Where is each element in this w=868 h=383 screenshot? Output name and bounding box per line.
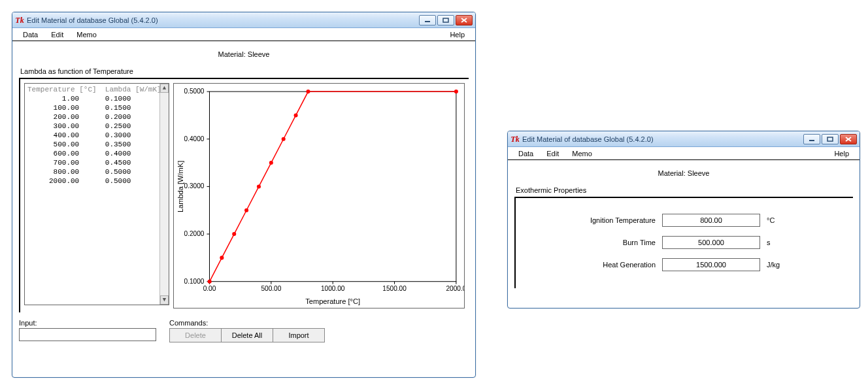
field-label: Burn Time <box>521 239 662 246</box>
close-button[interactable] <box>456 15 473 25</box>
table-row[interactable]: 400.00 0.3000 <box>27 131 159 140</box>
svg-point-31 <box>257 184 261 188</box>
table-header: Temperature [°C] Lambda [W/mK] <box>27 85 159 94</box>
burn-time-input[interactable] <box>662 236 760 249</box>
minimize-button[interactable] <box>419 15 436 25</box>
table-row[interactable]: 500.00 0.3500 <box>27 140 159 149</box>
app-icon: Tk <box>15 16 24 25</box>
menu-help[interactable]: Help <box>443 29 471 40</box>
menubar: Data Edit Memo Help <box>12 28 475 41</box>
page-title: Lambda as function of Temperature <box>19 66 469 78</box>
svg-text:Temperature [°C]: Temperature [°C] <box>305 297 360 305</box>
close-button[interactable] <box>840 134 857 144</box>
svg-rect-38 <box>827 137 833 141</box>
window-title: Edit Material of database Global (5.4.2.… <box>522 135 654 143</box>
field-label: Ignition Temperature <box>521 216 662 224</box>
svg-point-33 <box>282 137 286 141</box>
delete-all-button[interactable]: Delete All <box>221 328 273 342</box>
table-row[interactable]: 1.00 0.1000 <box>27 94 159 103</box>
svg-text:0.00: 0.00 <box>203 285 216 292</box>
field-label: Heat Generation <box>521 261 662 269</box>
svg-point-28 <box>220 256 224 259</box>
svg-point-34 <box>294 113 298 117</box>
lambda-table[interactable]: Temperature [°C] Lambda [W/mK] 1.00 0.10… <box>24 83 169 305</box>
svg-text:0.2000: 0.2000 <box>184 230 205 237</box>
app-icon: Tk <box>510 135 520 144</box>
import-button[interactable]: Import <box>273 328 325 342</box>
svg-point-36 <box>454 90 458 93</box>
menu-edit[interactable]: Edit <box>44 29 70 40</box>
table-row[interactable]: 2000.00 0.5000 <box>27 176 159 186</box>
delete-button[interactable]: Delete <box>169 328 222 342</box>
scroll-down-icon[interactable]: ▼ <box>160 295 169 305</box>
svg-rect-4 <box>209 92 456 282</box>
svg-text:0.1000: 0.1000 <box>184 278 205 285</box>
table-row[interactable]: 800.00 0.5000 <box>27 167 159 176</box>
window-lambda: Tk Edit Material of database Global (5.4… <box>12 12 476 378</box>
material-header: Material: Sleeve <box>514 163 853 185</box>
svg-point-35 <box>306 90 310 93</box>
scroll-up-icon[interactable]: ▲ <box>160 84 169 93</box>
svg-text:2000.0: 2000.0 <box>446 285 464 292</box>
menu-data[interactable]: Data <box>512 148 540 159</box>
heat-generation-input[interactable] <box>662 258 760 271</box>
table-row[interactable]: 300.00 0.2500 <box>27 122 159 131</box>
svg-point-29 <box>232 232 236 236</box>
svg-point-27 <box>208 280 212 284</box>
svg-text:Lambda [W/mK]: Lambda [W/mK] <box>176 161 184 212</box>
svg-text:500.00: 500.00 <box>261 285 281 292</box>
svg-rect-1 <box>443 18 448 22</box>
svg-text:0.4000: 0.4000 <box>184 135 205 142</box>
window-exothermic: Tk Edit Material of database Global (5.4… <box>507 131 860 308</box>
ignition-temp-input[interactable] <box>662 214 760 227</box>
exothermic-frame: Ignition Temperature °C Burn Time s Heat… <box>514 197 853 288</box>
lambda-chart: 0.10000.20000.30000.40000.50000.00500.00… <box>173 83 465 308</box>
minimize-button[interactable] <box>803 134 820 144</box>
menu-help[interactable]: Help <box>827 148 856 159</box>
menu-data[interactable]: Data <box>16 29 44 40</box>
svg-point-32 <box>269 161 273 165</box>
svg-text:0.3000: 0.3000 <box>184 182 205 190</box>
svg-text:0.5000: 0.5000 <box>184 88 205 95</box>
titlebar[interactable]: Tk Edit Material of database Global (5.4… <box>12 12 475 28</box>
field-burn-time: Burn Time s <box>521 236 848 249</box>
field-ignition-temp: Ignition Temperature °C <box>521 214 848 227</box>
menu-memo[interactable]: Memo <box>70 29 103 40</box>
field-unit: °C <box>760 216 775 224</box>
page-title: Exothermic Properties <box>514 185 853 197</box>
menubar: Data Edit Memo Help <box>508 147 860 160</box>
svg-text:1000.00: 1000.00 <box>321 285 345 292</box>
table-row[interactable]: 200.00 0.2000 <box>27 112 159 122</box>
table-row[interactable]: 700.00 0.4500 <box>27 158 159 167</box>
maximize-button[interactable] <box>822 134 839 144</box>
material-header: Material: Sleeve <box>19 44 469 66</box>
table-row[interactable]: 100.00 0.1500 <box>27 103 159 112</box>
window-title: Edit Material of database Global (5.4.2.… <box>27 16 158 24</box>
svg-point-30 <box>244 208 248 212</box>
input-field[interactable] <box>19 328 156 341</box>
field-heat-generation: Heat Generation J/kg <box>521 258 848 271</box>
table-row[interactable]: 600.00 0.4000 <box>27 149 159 158</box>
menu-memo[interactable]: Memo <box>565 148 599 159</box>
lambda-frame: Temperature [°C] Lambda [W/mK] 1.00 0.10… <box>19 78 469 312</box>
commands-label: Commands: <box>169 319 324 327</box>
svg-text:1500.00: 1500.00 <box>382 285 407 292</box>
field-unit: J/kg <box>760 261 780 269</box>
table-scrollbar[interactable]: ▲ ▼ <box>159 84 169 305</box>
menu-edit[interactable]: Edit <box>540 148 565 159</box>
input-label: Input: <box>19 319 156 327</box>
maximize-button[interactable] <box>437 15 454 25</box>
field-unit: s <box>760 239 771 246</box>
titlebar[interactable]: Tk Edit Material of database Global (5.4… <box>508 131 860 147</box>
